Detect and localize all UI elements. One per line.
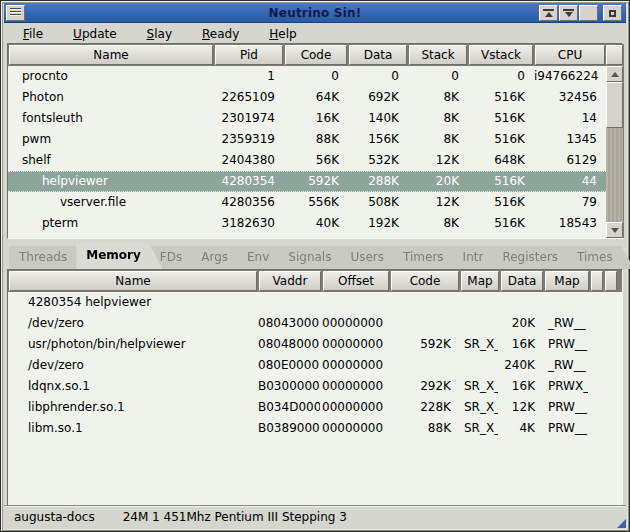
system-info-label: 24M 1 451Mhz Pentium III Stepping 3 xyxy=(123,510,347,524)
column-header-data[interactable]: Data xyxy=(349,45,407,65)
menu-item-file[interactable]: File xyxy=(19,26,47,42)
table-row-procnto[interactable]: procnto10000i94766224 xyxy=(8,66,606,87)
table-row-pterm[interactable]: pterm318263040K192K8K516K18543 xyxy=(8,213,606,234)
tab-memory[interactable]: Memory xyxy=(76,243,163,269)
memory-table-header: Name Vaddr Offset Code Map Data Map xyxy=(8,270,622,292)
list-item-dev-zero[interactable]: /dev/zero080430000000000020K_RW__ xyxy=(8,313,622,334)
memory-table-body: 4280354 helpviewer /dev/zero080430000000… xyxy=(8,292,622,439)
list-item-libm[interactable]: libm.so.1B03890000000000088KSR_X_4KPRW__ xyxy=(8,418,622,439)
down-arrow-icon xyxy=(611,228,619,233)
window-title: Neutrino Sin! xyxy=(4,6,626,20)
status-bar: augusta-docs 24M 1 451Mhz Pentium III St… xyxy=(4,505,626,528)
scroll-up-button[interactable] xyxy=(606,66,623,82)
up-triangle-icon xyxy=(545,12,553,17)
list-item-dev-zero[interactable]: /dev/zero080E000000000000240K_RW__ xyxy=(8,355,622,376)
table-row-pwm[interactable]: pwm235931988K156K8K516K1345 xyxy=(8,129,606,150)
process-table: Name Pid Code Data Stack Vstack CPU proc… xyxy=(7,43,623,239)
column-header-code[interactable]: Code xyxy=(391,271,459,291)
vertical-scrollbar[interactable] xyxy=(606,44,624,238)
table-row-photon[interactable]: Photon226510964K692K8K516K32456 xyxy=(8,87,606,108)
title-bar: Neutrino Sin! xyxy=(4,3,626,23)
column-header-map2[interactable]: Map xyxy=(545,271,589,291)
maximize-button[interactable] xyxy=(579,5,598,21)
table-row-fontsleuth[interactable]: fontsleuth230197416K140K8K516K14 xyxy=(8,108,606,129)
menu-item-help[interactable]: Help xyxy=(265,26,300,42)
column-header-vstack[interactable]: Vstack xyxy=(469,45,533,65)
up-arrow-icon xyxy=(611,72,619,77)
menu-lines-icon xyxy=(10,8,21,17)
list-item-helpviewer-binary[interactable]: usr/photon/bin/helpviewer080480000000000… xyxy=(8,334,622,355)
tab-strip: Threads Memory FDs Args Env Signals User… xyxy=(7,243,623,269)
menu-item-ready[interactable]: Ready xyxy=(198,26,243,42)
column-header-offset[interactable]: Offset xyxy=(323,271,389,291)
expand-button[interactable] xyxy=(559,5,578,21)
list-item-process-heading[interactable]: 4280354 helpviewer xyxy=(8,292,622,313)
square-outline-icon xyxy=(609,10,616,17)
header-stub xyxy=(606,45,623,65)
header-stub xyxy=(605,271,617,291)
process-table-header: Name Pid Code Data Stack Vstack CPU xyxy=(8,44,606,66)
column-header-code[interactable]: Code xyxy=(285,45,347,65)
table-row-vserver-file[interactable]: vserver.file4280356556K508K12K516K79 xyxy=(8,192,606,213)
column-header-stack[interactable]: Stack xyxy=(409,45,467,65)
column-header-cpu[interactable]: CPU xyxy=(535,45,605,65)
window-controls xyxy=(539,5,598,21)
bar-icon xyxy=(563,9,574,11)
header-stub xyxy=(591,271,603,291)
column-header-name[interactable]: Name xyxy=(9,45,213,65)
column-header-map[interactable]: Map xyxy=(461,271,499,291)
list-item-ldqnx[interactable]: ldqnx.so.1B030000000000000292KSR_X_16KPR… xyxy=(8,376,622,397)
scroll-down-button[interactable] xyxy=(606,222,623,238)
menu-item-update[interactable]: Update xyxy=(69,26,120,42)
scrollbar-thumb[interactable] xyxy=(606,82,623,128)
column-header-data[interactable]: Data xyxy=(501,271,543,291)
hostname-label: augusta-docs xyxy=(14,510,95,524)
down-triangle-icon xyxy=(565,12,573,17)
column-header-name[interactable]: Name xyxy=(9,271,257,291)
collapse-button[interactable] xyxy=(539,5,558,21)
close-button[interactable] xyxy=(603,5,622,21)
scrollbar-track[interactable] xyxy=(606,66,623,238)
menu-bar: File Update Slay Ready Help xyxy=(5,24,625,43)
menu-item-slay[interactable]: Slay xyxy=(143,26,176,42)
table-row-helpviewer-selected[interactable]: helpviewer4280354592K288K20K516K44 xyxy=(8,171,606,192)
window-menu-button[interactable] xyxy=(6,5,25,21)
bar-icon xyxy=(543,9,554,11)
tab-registers[interactable]: Registers xyxy=(492,246,580,269)
table-row-shelf[interactable]: shelf240438056K532K12K648K6129 xyxy=(8,150,606,171)
list-item-libphrender[interactable]: libphrender.so.1B034D00000000000228KSR_X… xyxy=(8,397,622,418)
memory-panel: Name Vaddr Offset Code Map Data Map 4280… xyxy=(7,269,623,506)
column-header-pid[interactable]: Pid xyxy=(215,45,283,65)
column-header-vaddr[interactable]: Vaddr xyxy=(259,271,321,291)
app-window: Neutrino Sin! File Update Slay Ready Hel… xyxy=(0,0,630,532)
process-table-body: procnto10000i94766224 Photon226510964K69… xyxy=(8,66,606,238)
